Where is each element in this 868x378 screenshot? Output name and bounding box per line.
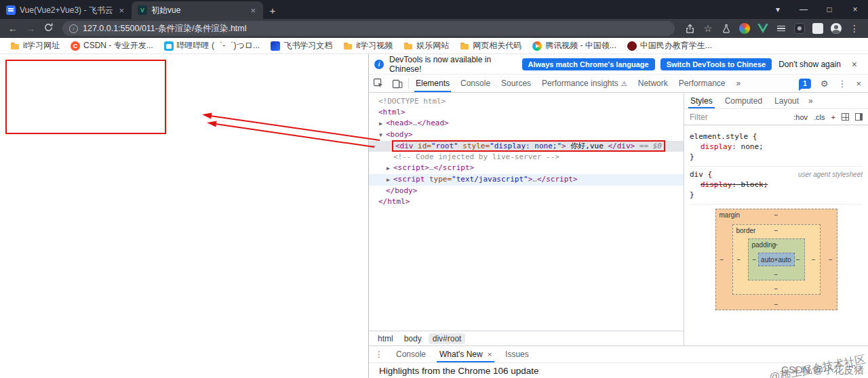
devtools-tab-sources[interactable]: Sources: [496, 75, 536, 92]
drawer-tab-console[interactable]: Console: [389, 346, 433, 362]
share-icon[interactable]: [684, 23, 695, 34]
reader-extension-icon[interactable]: [776, 23, 787, 34]
profile-avatar-icon[interactable]: [831, 23, 842, 34]
bookmark-item[interactable]: 腾讯视频 - 中国领...: [528, 39, 621, 53]
new-style-rule-button[interactable]: +: [831, 113, 835, 121]
css-declaration[interactable]: display: none;: [690, 142, 863, 152]
row-menu-icon[interactable]: ⋯: [371, 141, 376, 152]
tab-close-icon[interactable]: ×: [117, 5, 125, 16]
bookmark-item[interactable]: it学习网址: [5, 39, 64, 53]
filter-input[interactable]: Filter: [690, 112, 787, 122]
expander-icon[interactable]: ▼: [379, 130, 386, 141]
dom-tree-row[interactable]: ▼<body>: [369, 129, 684, 141]
dom-tree-row[interactable]: ⋯<div id="root" style="display: none;"> …: [369, 141, 684, 152]
sidebar-tab-styles[interactable]: Styles: [684, 93, 719, 108]
inspect-element-icon[interactable]: [369, 78, 388, 89]
tab-close-icon[interactable]: ×: [249, 5, 257, 16]
drawer-tab-issues[interactable]: Issues: [498, 346, 536, 362]
browser-tab-feishu[interactable]: Vue(Vue2+Vue3) - 飞书云文档 ×: [0, 1, 132, 19]
breadcrumb-item-html[interactable]: html: [374, 333, 397, 344]
devtools-tab-elements[interactable]: Elements: [410, 75, 455, 92]
notification-close-icon[interactable]: ×: [846, 59, 863, 70]
devtools-close-icon[interactable]: ×: [852, 79, 865, 89]
forward-button[interactable]: →: [22, 23, 39, 34]
bookmark-item[interactable]: 网页相关代码: [455, 39, 526, 53]
padding-top-value[interactable]: −: [774, 241, 778, 249]
account-avatar-icon[interactable]: [739, 23, 750, 34]
bookmark-star-icon[interactable]: ☆: [703, 23, 713, 34]
dom-tree-row[interactable]: ▶<head>…</head>: [369, 118, 684, 129]
more-panels-icon[interactable]: »: [731, 75, 747, 92]
devtools-tab-network[interactable]: Network: [633, 75, 673, 92]
bookmark-item[interactable]: 娱乐网站: [399, 39, 454, 53]
console-drawer-badge[interactable]: 1: [799, 79, 811, 89]
maximize-button[interactable]: □: [816, 5, 842, 14]
dom-tree-row[interactable]: <html>: [369, 107, 684, 118]
expander-icon[interactable]: ▶: [387, 163, 393, 174]
panel-layout-icon[interactable]: [855, 113, 863, 121]
breadcrumb-item-body[interactable]: body: [400, 333, 426, 344]
margin-bottom-value[interactable]: −: [774, 301, 778, 308]
rule-selector[interactable]: element.style {: [690, 131, 757, 142]
browser-tab-vue[interactable]: 初始vue ×: [132, 1, 263, 19]
bookmark-item[interactable]: 飞书学习文档: [266, 39, 337, 53]
border-top-value[interactable]: −: [774, 227, 778, 234]
vue-devtools-icon[interactable]: [757, 23, 768, 34]
devtools-tab-performance[interactable]: Performance: [673, 75, 731, 92]
bookmark-item[interactable]: 中国民办教育学生...: [623, 39, 717, 53]
bookmark-item[interactable]: it学习视频: [338, 39, 397, 53]
dom-tree-row[interactable]: ▶<script type="text/javascript">…</scrip…: [369, 174, 684, 186]
switch-to-chinese-button[interactable]: Switch DevTools to Chinese: [660, 58, 772, 70]
rule-selector[interactable]: div {: [690, 169, 712, 180]
box-model-margin[interactable]: margin − − − − border − − − −: [715, 209, 837, 310]
dont-show-again-button[interactable]: Don't show again: [778, 60, 841, 69]
more-sidebar-tabs-icon[interactable]: »: [805, 96, 816, 106]
sidebar-tab-layout[interactable]: Layout: [768, 93, 805, 108]
dom-tree-row[interactable]: <!-- Code injected by live-server -->: [369, 152, 684, 163]
devtools-tab-performance-insights[interactable]: Performance insights⚠: [536, 75, 633, 92]
box-model-border[interactable]: border − − − − padding − − −: [732, 224, 821, 295]
back-button[interactable]: ←: [4, 23, 22, 34]
drawer-tab-what-s-new[interactable]: What's New×: [433, 346, 498, 362]
tab-search-icon[interactable]: ▾: [765, 5, 791, 14]
sidebar-tab-computed[interactable]: Computed: [719, 93, 768, 108]
extension-icon-light[interactable]: [812, 23, 823, 34]
new-tab-button[interactable]: +: [263, 1, 282, 19]
border-bottom-value[interactable]: −: [774, 285, 778, 293]
grid-overlay-icon[interactable]: [842, 113, 849, 121]
minimize-button[interactable]: —: [791, 5, 816, 14]
expander-icon[interactable]: ▶: [387, 175, 393, 186]
devtools-menu-icon[interactable]: ⋮: [833, 79, 850, 89]
dom-tree-row[interactable]: <!DOCTYPE html>: [369, 96, 684, 107]
dom-tree-row[interactable]: </html>: [369, 196, 684, 207]
breadcrumb-item-div-root[interactable]: div#root: [429, 333, 466, 344]
reload-button[interactable]: [39, 22, 57, 35]
dom-tree-row[interactable]: </body>: [369, 186, 684, 196]
margin-top-value[interactable]: −: [774, 211, 778, 219]
bookmark-item[interactable]: 哔哩哔哩 (゜-゜)つロ...: [159, 39, 264, 53]
match-language-button[interactable]: Always match Chrome's language: [522, 58, 655, 70]
border-right-value[interactable]: −: [812, 256, 816, 264]
settings-gear-icon[interactable]: ⚙: [816, 79, 833, 89]
site-info-icon[interactable]: i: [69, 24, 78, 33]
bookmark-item[interactable]: CSDN - 专业开发...: [66, 39, 158, 53]
css-declaration[interactable]: display: block;: [690, 180, 863, 190]
experiments-flask-icon[interactable]: [721, 23, 732, 34]
pseudo-state-toggle[interactable]: :hov: [793, 113, 808, 121]
address-bar[interactable]: i 127.0.0.1:5500/011-条件渲染/条件渲染.html: [62, 21, 675, 36]
box-model-content[interactable]: auto×auto: [758, 253, 795, 266]
padding-left-value[interactable]: −: [753, 256, 757, 264]
padding-right-value[interactable]: −: [796, 256, 800, 264]
class-toggle[interactable]: .cls: [814, 113, 825, 121]
close-icon[interactable]: ×: [488, 350, 492, 358]
box-model-padding[interactable]: padding − − − − auto×auto: [748, 238, 805, 280]
browser-menu-icon[interactable]: ⋮: [849, 23, 860, 34]
dom-tree-row[interactable]: ▶<script>…</script>: [369, 163, 684, 174]
expander-icon[interactable]: ▶: [379, 119, 386, 129]
drawer-menu-icon[interactable]: ⋮: [369, 350, 389, 359]
device-toolbar-icon[interactable]: [388, 78, 407, 89]
padding-bottom-value[interactable]: −: [774, 271, 778, 278]
margin-left-value[interactable]: −: [720, 256, 724, 264]
border-left-value[interactable]: −: [737, 256, 741, 264]
extension-icon-dark[interactable]: [794, 23, 805, 34]
